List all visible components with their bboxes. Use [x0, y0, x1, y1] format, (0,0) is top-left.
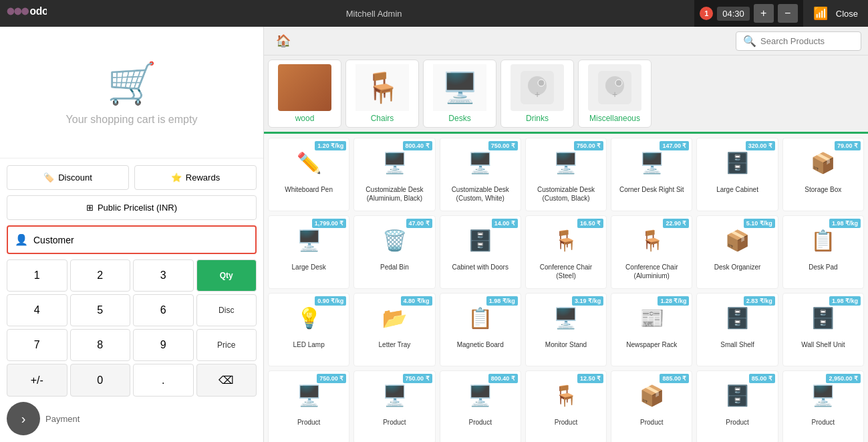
product-name: Large Cabinet [716, 185, 758, 194]
product-card[interactable]: 5.10 ₹/kg 📦 Desk Organizer [696, 215, 778, 289]
product-card[interactable]: 22.90 ₹ 🪑 Conference Chair (Aluminium) [611, 215, 692, 289]
product-card[interactable]: 800.40 ₹ 🖥️ Customizable Desk (Aluminium… [353, 138, 435, 211]
category-misc[interactable]: + Miscellaneous [578, 60, 652, 128]
product-price-badge: 5.10 ₹/kg [744, 219, 775, 228]
product-card[interactable]: 14.00 ₹ 🗄️ Cabinet with Doors [440, 215, 521, 289]
num-1[interactable]: 1 [7, 259, 67, 292]
product-card[interactable]: 16.50 ₹ 🪑 Conference Chair (Steel) [525, 215, 607, 289]
product-name: Storage Box [805, 185, 841, 194]
category-desks-img: 🖥️ [433, 64, 486, 111]
product-name: Product [555, 418, 577, 427]
product-card[interactable]: 1.98 ₹/kg 📋 Magnetic Board [440, 293, 521, 366]
category-misc-label: Miscellaneous [589, 114, 640, 123]
decimal-button[interactable]: . [133, 364, 194, 397]
num-6[interactable]: 6 [133, 294, 194, 326]
product-card[interactable]: 1,799.00 ₹ 🖥️ Large Desk [268, 215, 349, 289]
product-price-badge: 750.00 ₹ [488, 141, 518, 150]
product-name: Customizable Desk (Custom, White) [444, 185, 517, 203]
product-card[interactable]: 750.00 ₹ 🖥️ Customizable Desk (Custom, B… [525, 138, 607, 211]
product-name: Product [468, 418, 491, 427]
product-card[interactable]: 2.83 ₹/kg 🗄️ Small Shelf [696, 293, 778, 366]
num-7[interactable]: 7 [7, 329, 67, 361]
product-name: Pedal Bin [380, 263, 409, 271]
product-card[interactable]: 2,950.00 ₹ 🖥️ Product [782, 370, 864, 442]
product-name: Product [726, 418, 748, 427]
product-price-badge: 750.00 ₹ [403, 374, 432, 383]
product-card[interactable]: 320.00 ₹ 🗄️ Large Cabinet [696, 138, 778, 211]
delete-button[interactable]: ⌫ [196, 364, 257, 397]
product-card[interactable]: 750.00 ₹ 🖥️ Customizable Desk (Custom, W… [440, 138, 521, 211]
num-4[interactable]: 4 [7, 294, 67, 326]
product-price-badge: 2.83 ₹/kg [744, 296, 775, 306]
search-box[interactable]: 🔍 [736, 31, 861, 51]
product-card[interactable]: 4.80 ₹/kg 📂 Letter Tray [353, 293, 435, 366]
product-name: Letter Tray [379, 340, 411, 349]
product-price-badge: 79.00 ₹ [835, 141, 861, 150]
product-card[interactable]: 800.40 ₹ 🖥️ Product [440, 370, 521, 442]
category-wood-label: wood [295, 114, 315, 123]
product-card[interactable]: 1.20 ₹/kg ✏️ Whiteboard Pen [268, 138, 349, 211]
pricelist-button[interactable]: ⊞ Public Pricelist (INR) [7, 195, 257, 220]
product-name: Product [812, 418, 835, 427]
discount-button[interactable]: 🏷️ Discount [7, 165, 129, 190]
product-price-badge: 800.40 ₹ [488, 374, 518, 383]
svg-text:odoo: odoo [30, 5, 47, 17]
payment-button[interactable]: › [7, 402, 40, 435]
product-card[interactable]: 1.98 ₹/kg 📋 Desk Pad [782, 215, 864, 289]
category-wood[interactable]: wood [268, 60, 341, 128]
num-3[interactable]: 3 [133, 259, 194, 292]
category-drinks[interactable]: + Drinks [500, 60, 574, 128]
product-name: Magnetic Board [457, 340, 504, 349]
cart-panel: 🛒 Your shopping cart is empty 🏷️ Discoun… [0, 27, 264, 442]
product-card[interactable]: 750.00 ₹ 🖥️ Product [353, 370, 435, 442]
search-icon: 🔍 [743, 35, 756, 47]
product-price-badge: 16.50 ₹ [577, 219, 603, 228]
product-name: Newspaper Rack [626, 340, 677, 349]
logo-area: odoo [0, 3, 53, 24]
minus-order-button[interactable]: − [778, 4, 798, 23]
product-card[interactable]: 85.00 ₹ 🗄️ Product [696, 370, 778, 442]
category-chairs[interactable]: 🪑 Chairs [345, 60, 419, 128]
product-price-badge: 0.90 ₹/kg [315, 296, 346, 306]
num-2[interactable]: 2 [70, 259, 131, 292]
product-card[interactable]: 750.00 ₹ 🖥️ Product [268, 370, 349, 442]
customer-button[interactable]: 👤 Customer [7, 225, 257, 254]
close-button[interactable]: Close [836, 9, 858, 19]
svg-point-10 [615, 80, 622, 86]
sign-button[interactable]: +/- [7, 364, 67, 397]
user-name: Mitchell Admin [53, 9, 694, 19]
product-card[interactable]: 1.28 ₹/kg 📰 Newspaper Rack [611, 293, 692, 366]
category-desks-label: Desks [448, 114, 470, 123]
num-8[interactable]: 8 [70, 329, 131, 361]
product-card[interactable]: 0.90 ₹/kg 💡 LED Lamp [268, 293, 349, 366]
price-button[interactable]: Price [196, 329, 257, 361]
product-name: Desk Pad [809, 263, 837, 271]
product-card[interactable]: 885.00 ₹ 📦 Product [611, 370, 692, 442]
product-card[interactable]: 47.00 ₹ 🗑️ Pedal Bin [353, 215, 435, 289]
product-card[interactable]: 3.19 ₹/kg 🖥️ Monitor Stand [525, 293, 607, 366]
category-desks[interactable]: 🖥️ Desks [423, 60, 496, 128]
product-name: Monitor Stand [545, 340, 587, 349]
product-price-badge: 14.00 ₹ [492, 219, 518, 228]
home-button[interactable]: 🏠 [271, 31, 296, 51]
product-card[interactable]: 1.98 ₹/kg 🗄️ Wall Shelf Unit [782, 293, 864, 366]
add-order-button[interactable]: + [754, 4, 774, 23]
disc-button[interactable]: Disc [196, 294, 257, 326]
topbar-right: 📶 Close [803, 6, 868, 21]
search-input[interactable] [760, 36, 854, 46]
num-0[interactable]: 0 [70, 364, 131, 397]
product-card[interactable]: 79.00 ₹ 📦 Storage Box [782, 138, 864, 211]
rewards-button[interactable]: ⭐ Rewards [134, 165, 257, 190]
product-price-badge: 1.98 ₹/kg [486, 296, 518, 306]
product-card[interactable]: 147.00 ₹ 🖥️ Corner Desk Right Sit [611, 138, 692, 211]
svg-text:+: + [535, 89, 540, 100]
category-strip: wood 🪑 Chairs 🖥️ Desks + Drinks + Misc [264, 56, 868, 134]
qty-button[interactable]: Qty [196, 259, 257, 292]
main-content: 🛒 Your shopping cart is empty 🏷️ Discoun… [0, 27, 868, 442]
product-card[interactable]: 12.50 ₹ 🪑 Product [525, 370, 607, 442]
products-panel: 🏠 🔍 wood 🪑 Chairs 🖥️ Desks + [264, 27, 868, 442]
product-name: Desk Organizer [714, 263, 760, 271]
product-name: Wall Shelf Unit [801, 340, 845, 349]
num-5[interactable]: 5 [70, 294, 131, 326]
num-9[interactable]: 9 [133, 329, 194, 361]
